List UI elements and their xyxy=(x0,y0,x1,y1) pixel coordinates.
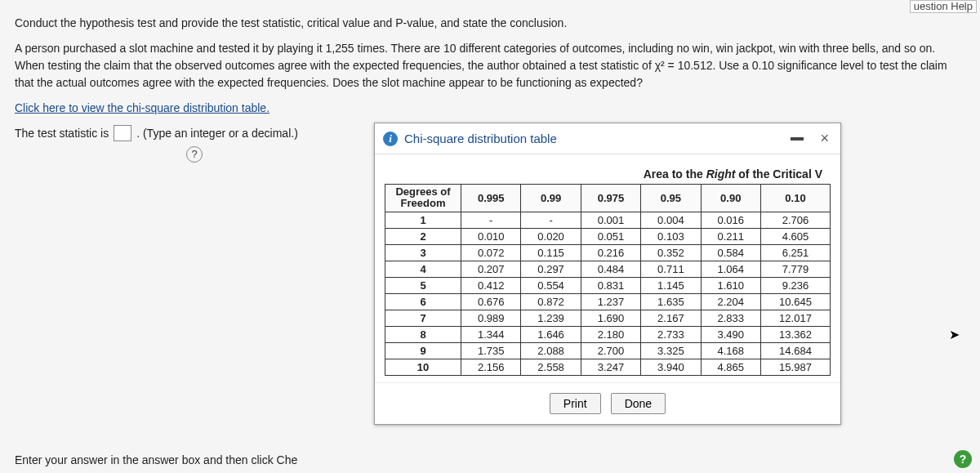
df-cell: 1 xyxy=(385,212,461,228)
answer-prefix: The test statistic is xyxy=(15,127,109,140)
value-cell: 1.646 xyxy=(521,326,581,342)
question-body: A person purchased a slot machine and te… xyxy=(15,40,965,91)
value-cell: 1.344 xyxy=(461,326,521,342)
caption-part-b: Right xyxy=(706,167,736,181)
footer-text: Enter your answer in the answer box and … xyxy=(15,453,297,466)
value-cell: 1.610 xyxy=(701,277,760,293)
value-cell: 0.676 xyxy=(461,293,521,310)
df-cell: 4 xyxy=(385,261,461,277)
df-header-a: Degrees of xyxy=(395,185,450,198)
table-caption: Area to the Right of the Critical V xyxy=(385,167,831,181)
value-cell: - xyxy=(461,212,521,228)
caption-part-a: Area to the xyxy=(644,167,706,181)
value-cell: - xyxy=(521,212,581,228)
value-cell: 12.017 xyxy=(760,310,830,326)
value-cell: 0.115 xyxy=(521,244,581,261)
value-cell: 0.989 xyxy=(461,310,521,326)
value-cell: 13.362 xyxy=(760,326,830,342)
answer-suffix: . (Type an integer or a decimal.) xyxy=(136,127,298,140)
value-cell: 1.145 xyxy=(641,277,701,293)
value-cell: 0.554 xyxy=(521,277,581,293)
table-row: 60.6760.8721.2371.6352.20410.645 xyxy=(385,293,831,310)
value-cell: 2.558 xyxy=(521,359,581,375)
df-cell: 3 xyxy=(385,244,461,261)
value-cell: 0.072 xyxy=(461,244,521,261)
table-row: 20.0100.0200.0510.1030.2114.605 xyxy=(385,228,831,244)
done-button[interactable]: Done xyxy=(611,393,666,414)
value-cell: 6.251 xyxy=(760,244,830,261)
table-col-header: 0.10 xyxy=(760,185,830,212)
df-header-b: Freedom xyxy=(401,197,446,209)
value-cell: 0.584 xyxy=(701,244,760,261)
df-cell: 5 xyxy=(385,277,461,293)
value-cell: 0.207 xyxy=(461,261,521,277)
value-cell: 1.635 xyxy=(641,293,701,310)
table-row: 102.1562.5583.2473.9404.86515.987 xyxy=(385,359,831,375)
info-icon: i xyxy=(383,132,398,146)
value-cell: 0.831 xyxy=(581,277,640,293)
value-cell: 1.064 xyxy=(701,261,760,277)
value-cell: 9.236 xyxy=(760,277,830,293)
value-cell: 2.156 xyxy=(461,359,521,375)
print-button[interactable]: Print xyxy=(550,393,601,414)
value-cell: 0.001 xyxy=(581,212,640,228)
table-col-header: 0.975 xyxy=(581,185,640,212)
value-cell: 0.352 xyxy=(641,244,701,261)
table-row: 70.9891.2391.6902.1672.83312.017 xyxy=(385,310,831,326)
df-cell: 9 xyxy=(385,342,461,359)
value-cell: 3.247 xyxy=(581,359,640,375)
table-col-header: 0.90 xyxy=(701,185,760,212)
df-header: Degrees of Freedom xyxy=(385,185,461,212)
value-cell: 0.711 xyxy=(641,261,701,277)
table-col-header: 0.99 xyxy=(521,185,581,212)
value-cell: 7.779 xyxy=(760,261,830,277)
test-statistic-input[interactable] xyxy=(114,125,131,141)
question-instruction: Conduct the hypothesis test and provide … xyxy=(15,15,965,32)
value-cell: 4.605 xyxy=(760,228,830,244)
chi-square-table: Degrees of Freedom 0.9950.990.9750.950.9… xyxy=(385,184,831,376)
popup-title: Chi-square distribution table xyxy=(404,132,784,145)
value-cell: 0.211 xyxy=(701,228,760,244)
value-cell: 14.684 xyxy=(760,342,830,359)
value-cell: 0.051 xyxy=(581,228,640,244)
question-block: Conduct the hypothesis test and provide … xyxy=(15,15,965,117)
header-fragment: uestion Help xyxy=(910,0,977,13)
popup-footer: Print Done xyxy=(375,382,840,424)
value-cell: 0.484 xyxy=(581,261,640,277)
df-cell: 6 xyxy=(385,293,461,310)
value-cell: 0.412 xyxy=(461,277,521,293)
chi-table-popup: i Chi-square distribution table × Area t… xyxy=(374,123,841,425)
close-icon[interactable]: × xyxy=(817,130,832,147)
value-cell: 0.016 xyxy=(701,212,760,228)
df-cell: 2 xyxy=(385,228,461,244)
value-cell: 2.733 xyxy=(641,326,701,342)
table-row: 1--0.0010.0040.0162.706 xyxy=(385,212,831,228)
table-row: 30.0720.1150.2160.3520.5846.251 xyxy=(385,244,831,261)
value-cell: 1.239 xyxy=(521,310,581,326)
value-cell: 2.167 xyxy=(641,310,701,326)
value-cell: 0.297 xyxy=(521,261,581,277)
chi-table-link[interactable]: Click here to view the chi-square distri… xyxy=(15,101,270,114)
page-help-icon[interactable]: ? xyxy=(954,450,972,468)
value-cell: 1.735 xyxy=(461,342,521,359)
value-cell: 0.020 xyxy=(521,228,581,244)
popup-header: i Chi-square distribution table × xyxy=(375,123,840,154)
table-row: 40.2070.2970.4840.7111.0647.779 xyxy=(385,261,831,277)
field-help-icon[interactable]: ? xyxy=(186,146,203,163)
value-cell: 1.237 xyxy=(581,293,640,310)
value-cell: 3.325 xyxy=(641,342,701,359)
table-row: 50.4120.5540.8311.1451.6109.236 xyxy=(385,277,831,293)
table-col-header: 0.995 xyxy=(461,185,521,212)
value-cell: 1.690 xyxy=(581,310,640,326)
value-cell: 15.987 xyxy=(760,359,830,375)
value-cell: 2.833 xyxy=(701,310,760,326)
value-cell: 0.004 xyxy=(641,212,701,228)
table-row: 91.7352.0882.7003.3254.16814.684 xyxy=(385,342,831,359)
value-cell: 2.204 xyxy=(701,293,760,310)
value-cell: 2.706 xyxy=(760,212,830,228)
value-cell: 0.216 xyxy=(581,244,640,261)
df-cell: 8 xyxy=(385,326,461,342)
minimize-icon[interactable] xyxy=(791,137,804,141)
value-cell: 4.865 xyxy=(701,359,760,375)
value-cell: 0.872 xyxy=(521,293,581,310)
